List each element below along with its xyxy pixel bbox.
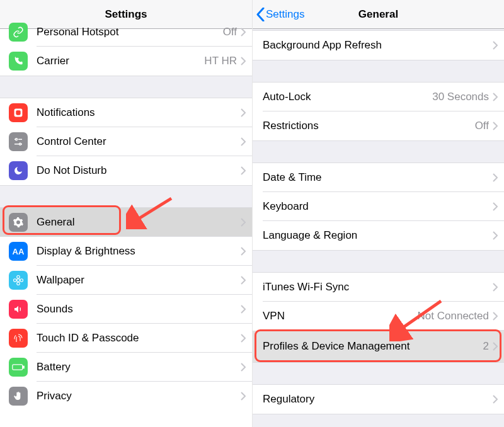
chevron-right-icon — [241, 218, 246, 227]
chevron-right-icon — [241, 137, 246, 146]
row-sounds[interactable]: Sounds — [0, 295, 252, 324]
row-label: Privacy — [37, 390, 241, 402]
row-profiles[interactable]: Profiles & Device Management 2 — [253, 331, 504, 362]
chevron-right-icon — [493, 283, 498, 292]
sliders-icon — [9, 132, 28, 151]
svg-point-12 — [20, 279, 23, 282]
row-label: Battery — [37, 361, 241, 373]
row-label: Auto-Lock — [263, 91, 432, 103]
bell-icon — [9, 103, 28, 122]
row-notifications[interactable]: Notifications — [0, 98, 252, 127]
section-gap — [253, 60, 504, 83]
gear-icon — [9, 213, 28, 232]
row-battery[interactable]: Battery — [0, 353, 252, 382]
chevron-right-icon — [241, 247, 246, 256]
chevron-right-icon — [241, 305, 246, 314]
svg-point-2 — [16, 139, 18, 140]
svg-point-5 — [20, 143, 21, 145]
left-title: Settings — [105, 8, 147, 21]
section-gap — [0, 76, 252, 98]
chevron-right-icon — [493, 202, 498, 211]
svg-rect-14 — [23, 366, 25, 368]
chevron-right-icon — [493, 93, 498, 101]
svg-point-11 — [14, 279, 17, 282]
row-privacy[interactable]: Privacy — [0, 382, 252, 411]
row-value: HT HR — [204, 55, 237, 67]
chevron-right-icon — [493, 122, 498, 130]
chevron-right-icon — [241, 334, 246, 343]
chevron-right-icon — [241, 28, 246, 37]
row-carrier[interactable]: Carrier HT HR — [0, 47, 252, 76]
row-value: 30 Seconds — [432, 91, 489, 103]
chevron-right-icon — [241, 166, 246, 175]
battery-icon — [9, 358, 28, 377]
svg-rect-1 — [16, 110, 20, 115]
chevron-right-icon — [493, 342, 498, 351]
fingerprint-icon — [9, 329, 28, 348]
row-bg-refresh[interactable]: Background App Refresh — [253, 31, 504, 60]
row-hotspot[interactable]: Personal Hotspot Off — [0, 29, 252, 47]
general-pane: Settings General Background App Refresh … — [252, 0, 504, 427]
chevron-right-icon — [241, 108, 246, 117]
display-icon: AA — [9, 242, 28, 261]
row-wallpaper[interactable]: Wallpaper — [0, 266, 252, 295]
svg-rect-13 — [13, 365, 23, 370]
row-value: Off — [475, 120, 489, 132]
svg-point-10 — [17, 282, 20, 285]
row-label: Personal Hotspot — [37, 26, 223, 38]
section-gap — [253, 140, 504, 163]
chevron-right-icon — [493, 312, 498, 321]
chevron-right-icon — [241, 57, 246, 65]
row-label: Date & Time — [263, 171, 493, 184]
row-label: Sounds — [37, 303, 241, 316]
row-auto-lock[interactable]: Auto-Lock 30 Seconds — [253, 83, 504, 111]
left-navbar: Settings — [0, 0, 252, 29]
row-label: Touch ID & Passcode — [37, 332, 241, 344]
chevron-right-icon — [493, 231, 498, 240]
section-gap — [253, 250, 504, 273]
section-gap — [0, 185, 252, 208]
row-control-center[interactable]: Control Center — [0, 127, 252, 156]
row-regulatory[interactable]: Regulatory — [253, 385, 504, 414]
row-itunes-wifi[interactable]: iTunes Wi-Fi Sync — [253, 273, 504, 302]
back-button[interactable]: Settings — [256, 0, 304, 28]
row-label: General — [37, 216, 241, 229]
row-display[interactable]: AA Display & Brightness — [0, 237, 252, 266]
back-label: Settings — [266, 8, 304, 21]
row-value: Not Connected — [418, 310, 489, 322]
hand-icon — [9, 387, 28, 406]
row-touchid[interactable]: Touch ID & Passcode — [0, 324, 252, 353]
settings-pane: Settings Personal Hotspot Off Carrier HT… — [0, 0, 252, 427]
svg-point-8 — [17, 279, 20, 282]
chevron-right-icon — [493, 41, 498, 50]
row-label: Profiles & Device Management — [263, 340, 483, 353]
row-label: Wallpaper — [37, 274, 241, 287]
row-label: Carrier — [37, 55, 204, 67]
row-label: Display & Brightness — [37, 245, 241, 258]
row-vpn[interactable]: VPN Not Connected — [253, 302, 504, 331]
chevron-right-icon — [241, 392, 246, 401]
row-label: Regulatory — [263, 393, 493, 406]
chevron-right-icon — [241, 276, 246, 285]
row-label: Do Not Disturb — [37, 164, 241, 177]
row-language-region[interactable]: Language & Region — [253, 221, 504, 250]
chevron-right-icon — [493, 395, 498, 404]
chevron-right-icon — [241, 363, 246, 372]
row-general[interactable]: General — [0, 208, 252, 237]
row-dnd[interactable]: Do Not Disturb — [0, 156, 252, 185]
row-label: iTunes Wi-Fi Sync — [263, 281, 493, 293]
phone-icon — [9, 52, 28, 71]
row-date-time[interactable]: Date & Time — [253, 163, 504, 192]
moon-icon — [9, 161, 28, 180]
flower-icon — [9, 271, 28, 290]
row-label: Language & Region — [263, 229, 493, 242]
right-title: General — [358, 8, 398, 21]
row-label: Control Center — [37, 135, 241, 148]
section-gap — [253, 414, 504, 427]
row-label: Background App Refresh — [263, 39, 493, 52]
row-restrictions[interactable]: Restrictions Off — [253, 111, 504, 140]
row-keyboard[interactable]: Keyboard — [253, 192, 504, 221]
row-label: Notifications — [37, 106, 241, 119]
chevron-right-icon — [493, 173, 498, 182]
right-navbar: Settings General — [253, 0, 504, 29]
